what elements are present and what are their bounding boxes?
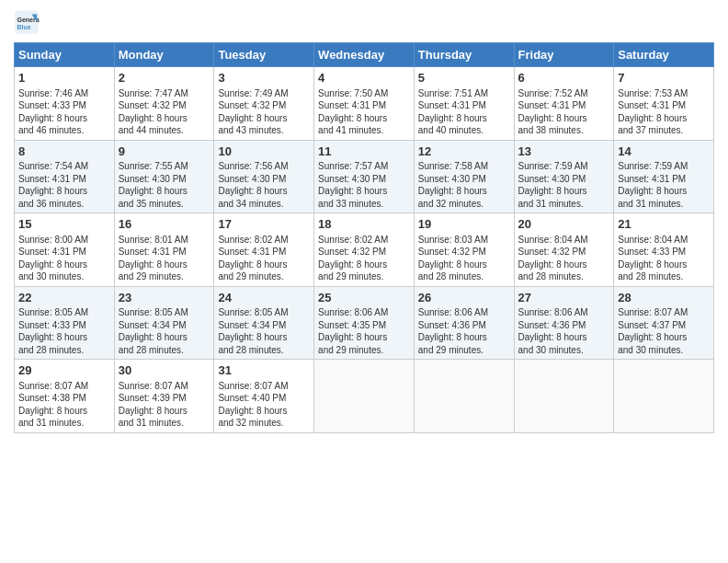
calendar-cell bbox=[314, 360, 415, 433]
day-info-line: Daylight: 8 hours bbox=[119, 405, 210, 418]
weekday-header-tuesday: Tuesday bbox=[214, 43, 314, 67]
day-info-line: Sunset: 4:31 PM bbox=[18, 246, 110, 259]
day-info-line: Sunset: 4:30 PM bbox=[318, 173, 410, 186]
day-info-line: and 29 minutes. bbox=[218, 270, 310, 283]
day-info-line: Sunrise: 7:57 AM bbox=[318, 160, 410, 173]
day-info-line: Sunrise: 8:03 AM bbox=[418, 234, 510, 247]
weekday-header-wednesday: Wednesday bbox=[314, 43, 415, 67]
day-info-line: Daylight: 8 hours bbox=[418, 259, 510, 271]
day-info-line: Daylight: 8 hours bbox=[119, 259, 210, 271]
day-number: 5 bbox=[418, 70, 510, 86]
calendar-cell: 16Sunrise: 8:01 AMSunset: 4:31 PMDayligh… bbox=[114, 213, 214, 287]
day-info-line: Sunset: 4:38 PM bbox=[18, 392, 110, 405]
calendar-cell: 6Sunrise: 7:52 AMSunset: 4:31 PMDaylight… bbox=[514, 67, 614, 141]
day-number: 18 bbox=[318, 216, 410, 233]
calendar-week-1: 1Sunrise: 7:46 AMSunset: 4:33 PMDaylight… bbox=[15, 67, 714, 141]
day-number: 3 bbox=[218, 70, 310, 86]
calendar-week-3: 15Sunrise: 8:00 AMSunset: 4:31 PMDayligh… bbox=[15, 213, 714, 287]
calendar-cell: 12Sunrise: 7:58 AMSunset: 4:30 PMDayligh… bbox=[414, 140, 514, 213]
day-info-line: and 28 minutes. bbox=[618, 270, 710, 283]
day-info-line: Sunset: 4:37 PM bbox=[618, 319, 710, 332]
day-info-line: Sunrise: 8:06 AM bbox=[318, 306, 410, 319]
day-info-line: Daylight: 8 hours bbox=[18, 331, 110, 344]
day-info-line: and 30 minutes. bbox=[18, 270, 110, 283]
day-info-line: Sunrise: 7:55 AM bbox=[119, 160, 210, 173]
day-info-line: and 34 minutes. bbox=[218, 198, 310, 211]
day-info-line: Sunrise: 7:56 AM bbox=[218, 160, 310, 173]
day-info-line: and 29 minutes. bbox=[318, 270, 410, 283]
day-info-line: Daylight: 8 hours bbox=[218, 259, 310, 271]
day-info-line: and 33 minutes. bbox=[318, 198, 410, 211]
day-info-line: and 28 minutes. bbox=[418, 270, 510, 283]
day-info-line: Daylight: 8 hours bbox=[618, 185, 710, 198]
day-info-line: Sunset: 4:33 PM bbox=[618, 246, 710, 259]
calendar-cell: 26Sunrise: 8:06 AMSunset: 4:36 PMDayligh… bbox=[414, 286, 514, 360]
day-info-line: and 31 minutes. bbox=[618, 198, 710, 211]
day-info-line: Daylight: 8 hours bbox=[518, 331, 610, 344]
day-info-line: Daylight: 8 hours bbox=[618, 259, 710, 271]
day-number: 4 bbox=[318, 70, 410, 86]
logo-icon: General Blue bbox=[14, 9, 40, 35]
day-info-line: Sunrise: 8:04 AM bbox=[618, 234, 710, 247]
calendar-cell: 18Sunrise: 8:02 AMSunset: 4:32 PMDayligh… bbox=[314, 213, 415, 287]
calendar-cell: 3Sunrise: 7:49 AMSunset: 4:32 PMDaylight… bbox=[214, 67, 314, 141]
day-info-line: Sunset: 4:32 PM bbox=[218, 99, 310, 112]
calendar-cell: 29Sunrise: 8:07 AMSunset: 4:38 PMDayligh… bbox=[15, 360, 115, 433]
day-info-line: and 29 minutes. bbox=[418, 344, 510, 357]
day-info-line: Sunset: 4:32 PM bbox=[418, 246, 510, 259]
day-info-line: Sunset: 4:34 PM bbox=[119, 319, 210, 332]
day-info-line: Sunrise: 8:02 AM bbox=[318, 234, 410, 247]
calendar-cell: 14Sunrise: 7:59 AMSunset: 4:31 PMDayligh… bbox=[614, 140, 714, 213]
day-info-line: and 29 minutes. bbox=[119, 270, 210, 283]
day-info-line: Sunrise: 8:05 AM bbox=[18, 306, 110, 319]
day-info-line: and 41 minutes. bbox=[318, 124, 410, 137]
day-info-line: Daylight: 8 hours bbox=[518, 112, 610, 125]
day-info-line: and 28 minutes. bbox=[119, 344, 210, 357]
day-info-line: Daylight: 8 hours bbox=[418, 185, 510, 198]
day-info-line: Sunset: 4:33 PM bbox=[18, 319, 110, 332]
day-info-line: Sunrise: 7:50 AM bbox=[318, 87, 410, 100]
day-number: 15 bbox=[18, 216, 110, 233]
day-info-line: Daylight: 8 hours bbox=[518, 185, 610, 198]
weekday-header-thursday: Thursday bbox=[414, 43, 514, 67]
day-number: 13 bbox=[518, 144, 610, 160]
day-info-line: Daylight: 8 hours bbox=[318, 112, 410, 125]
calendar-cell: 25Sunrise: 8:06 AMSunset: 4:35 PMDayligh… bbox=[314, 286, 415, 360]
day-number: 7 bbox=[618, 70, 710, 86]
day-number: 24 bbox=[218, 290, 310, 306]
day-info-line: Sunset: 4:30 PM bbox=[418, 173, 510, 186]
day-info-line: and 28 minutes. bbox=[518, 270, 610, 283]
day-number: 31 bbox=[218, 362, 310, 379]
weekday-header-monday: Monday bbox=[114, 43, 214, 67]
day-info-line: and 29 minutes. bbox=[318, 344, 410, 357]
day-info-line: and 31 minutes. bbox=[119, 417, 210, 430]
day-info-line: and 32 minutes. bbox=[418, 198, 510, 211]
calendar-cell bbox=[514, 360, 614, 433]
calendar-table: SundayMondayTuesdayWednesdayThursdayFrid… bbox=[14, 42, 714, 433]
calendar-cell: 20Sunrise: 8:04 AMSunset: 4:32 PMDayligh… bbox=[514, 213, 614, 287]
day-info-line: Sunset: 4:30 PM bbox=[218, 173, 310, 186]
day-info-line: Daylight: 8 hours bbox=[119, 185, 210, 198]
day-info-line: Sunset: 4:31 PM bbox=[18, 173, 110, 186]
weekday-header-sunday: Sunday bbox=[15, 43, 115, 67]
page-header: General Blue bbox=[14, 9, 714, 35]
calendar-cell: 30Sunrise: 8:07 AMSunset: 4:39 PMDayligh… bbox=[114, 360, 214, 433]
day-info-line: Sunset: 4:32 PM bbox=[119, 99, 210, 112]
day-number: 17 bbox=[218, 216, 310, 233]
day-info-line: Daylight: 8 hours bbox=[318, 259, 410, 271]
calendar-cell: 11Sunrise: 7:57 AMSunset: 4:30 PMDayligh… bbox=[314, 140, 415, 213]
day-number: 26 bbox=[418, 290, 510, 306]
day-info-line: Sunrise: 7:59 AM bbox=[518, 160, 610, 173]
day-number: 19 bbox=[418, 216, 510, 233]
calendar-week-5: 29Sunrise: 8:07 AMSunset: 4:38 PMDayligh… bbox=[15, 360, 714, 433]
day-info-line: Sunset: 4:30 PM bbox=[518, 173, 610, 186]
day-info-line: and 31 minutes. bbox=[518, 198, 610, 211]
day-info-line: and 38 minutes. bbox=[518, 124, 610, 137]
day-info-line: Sunset: 4:32 PM bbox=[318, 246, 410, 259]
day-number: 20 bbox=[518, 216, 610, 233]
day-info-line: Sunrise: 7:47 AM bbox=[119, 87, 210, 100]
calendar-cell bbox=[414, 360, 514, 433]
day-info-line: Sunset: 4:31 PM bbox=[518, 99, 610, 112]
day-info-line: Daylight: 8 hours bbox=[18, 259, 110, 271]
day-info-line: and 28 minutes. bbox=[18, 344, 110, 357]
